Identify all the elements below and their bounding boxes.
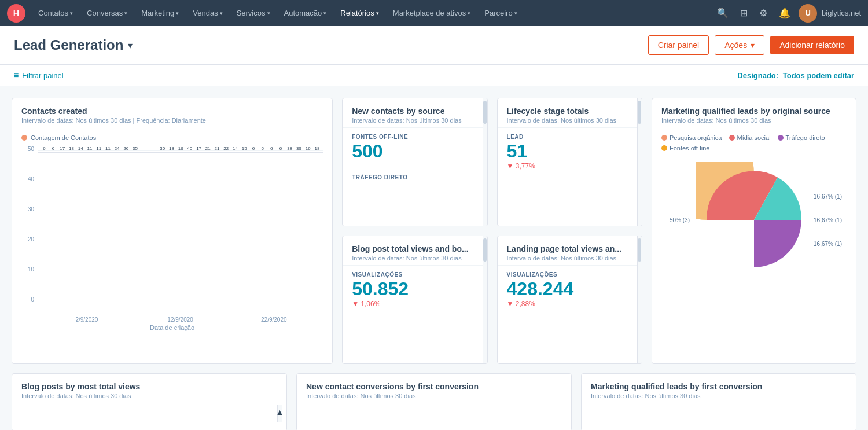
- domain-label: biglytics.net: [822, 9, 861, 17]
- legend-offline: Fontes off-line: [661, 145, 710, 152]
- contact-conversions-header: New contact conversions by first convers…: [297, 374, 571, 403]
- bar: [168, 152, 174, 152]
- page-title-wrap: Lead Generation ▾: [14, 37, 133, 53]
- nav-conversas[interactable]: Conversas ▾: [81, 6, 133, 20]
- bar: [232, 152, 238, 152]
- bars-area: 6617181411111124263530181640172121221415…: [38, 146, 323, 153]
- bar-wrap: 38: [286, 146, 293, 152]
- scroll-up-btn[interactable]: ▲: [277, 405, 282, 422]
- mql-first-subtitle: Intervalo de datas: Nos últimos 30 dias: [591, 392, 847, 399]
- bar-wrap: 21: [204, 146, 212, 152]
- bar: [150, 152, 156, 152]
- chevron-down-icon: ▾: [468, 10, 470, 16]
- contact-conversions-subtitle: Intervalo de datas: Nos últimos 30 dias: [306, 392, 562, 399]
- actions-button[interactable]: Ações ▾: [715, 35, 764, 55]
- add-report-button[interactable]: Adicionar relatório: [770, 36, 854, 54]
- mql-body: Pesquisa orgânica Mídia social Tráfego d…: [652, 127, 856, 363]
- bar-wrap: 14: [231, 146, 239, 152]
- blog-posts-subtitle: Intervalo de datas: Nos últimos 30 dias: [21, 392, 277, 399]
- avatar[interactable]: U: [799, 4, 817, 23]
- legend-direct: Tráfego direto: [778, 134, 825, 141]
- bar: [269, 152, 274, 152]
- legend-dot: [21, 135, 27, 141]
- apps-icon[interactable]: ⊞: [737, 5, 751, 21]
- scroll-thumb: [483, 101, 487, 124]
- bar-value: 6: [261, 146, 263, 151]
- bar: [251, 152, 256, 152]
- x-labels: 2/9/202012/9/202022/9/2020: [21, 314, 323, 323]
- contacts-created-title: Contacts created: [21, 106, 323, 116]
- nav-relatorios[interactable]: Relatórios ▾: [334, 6, 385, 20]
- chevron-down-icon: ▾: [514, 10, 517, 16]
- bar: [205, 152, 211, 152]
- mql-legend: Pesquisa orgânica Mídia social Tráfego d…: [661, 134, 847, 152]
- nav-servicos[interactable]: Serviços ▾: [231, 6, 276, 20]
- hubspot-logo[interactable]: H: [7, 4, 25, 23]
- bar-wrap: 24: [113, 146, 121, 152]
- bar: [178, 152, 183, 152]
- bar: [123, 152, 129, 152]
- dashboard: Contacts created Intervalo de datas: Nos…: [0, 86, 868, 430]
- bar-value: 24: [115, 146, 120, 151]
- mql-card: Marketing qualified leads by original so…: [652, 98, 856, 364]
- chevron-down-icon: ▾: [176, 10, 179, 16]
- bar: [87, 152, 93, 152]
- bar-value: 17: [196, 146, 201, 151]
- bar-value: 18: [69, 146, 74, 151]
- scrollbar[interactable]: [637, 98, 642, 226]
- blog-posts-views-card: Blog posts by most total views Intervalo…: [12, 373, 287, 430]
- search-icon[interactable]: 🔍: [713, 5, 732, 21]
- bar-value: 15: [242, 146, 247, 151]
- bar: [160, 152, 165, 152]
- lifecycle-content: Lifecycle stage totals Intervalo de data…: [498, 98, 637, 226]
- chevron-down-icon: ▾: [70, 10, 73, 16]
- chart-grid: 50 40 30 20 10 0: [21, 146, 323, 314]
- bar-wrap: 30: [159, 146, 166, 152]
- scroll-thumb: [483, 238, 487, 262]
- dashboard-row-2: Blog posts by most total views Intervalo…: [12, 373, 856, 430]
- scrollbar[interactable]: [483, 236, 487, 363]
- landing-page-content: Landing page total views an... Intervalo…: [498, 236, 637, 363]
- bar: [296, 152, 301, 152]
- mql-subtitle: Intervalo de datas: Nos últimos 30 dias: [661, 117, 847, 124]
- scrollbar[interactable]: [637, 236, 642, 363]
- bar-value: 39: [296, 146, 301, 151]
- bar-wrap: 35: [131, 146, 139, 152]
- pie-chart: [696, 162, 812, 278]
- scroll-thumb: [638, 101, 641, 124]
- nav-right-area: 🔍 ⊞ ⚙ 🔔 U biglytics.net: [713, 4, 861, 23]
- title-dropdown-icon[interactable]: ▾: [128, 40, 133, 51]
- nav-parceiro[interactable]: Parceiro ▾: [479, 6, 523, 20]
- filter-panel-button[interactable]: ≡ Filtrar painel: [14, 71, 64, 80]
- nav-automacao[interactable]: Automação ▾: [278, 6, 333, 20]
- create-panel-button[interactable]: Criar painel: [648, 35, 709, 55]
- notifications-icon[interactable]: 🔔: [775, 5, 794, 21]
- nav-vendas[interactable]: Vendas ▾: [187, 6, 228, 20]
- page-title: Lead Generation: [14, 37, 123, 53]
- nav-marketplace[interactable]: Marketplace de ativos ▾: [387, 6, 476, 20]
- bar: [187, 152, 193, 152]
- landing-page-card: Landing page total views an... Intervalo…: [497, 236, 642, 364]
- bar-value: 14: [233, 146, 238, 151]
- legend-dot: [729, 135, 735, 141]
- views-change: ▼ 1,06%: [352, 300, 473, 308]
- bar-value: 18: [314, 146, 319, 151]
- bar: [314, 152, 320, 152]
- bar: [96, 152, 102, 152]
- nav-marketing[interactable]: Marketing ▾: [135, 6, 185, 20]
- lifecycle-header: Lifecycle stage totals Intervalo de data…: [498, 98, 637, 127]
- settings-icon[interactable]: ⚙: [756, 5, 771, 21]
- contacts-created-card: Contacts created Intervalo de datas: Nos…: [12, 98, 333, 364]
- contact-conversions-card: New contact conversions by first convers…: [296, 373, 572, 430]
- contacts-created-subtitle: Intervalo de datas: Nos últimos 30 dias …: [21, 117, 323, 124]
- bar: [50, 152, 56, 152]
- nav-contatos[interactable]: Contatos ▾: [32, 6, 79, 20]
- bar-value: 11: [87, 146, 93, 151]
- bar-wrap: 6: [41, 146, 48, 152]
- lifecycle-subtitle: Intervalo de datas: Nos últimos 30 dias: [507, 117, 628, 124]
- blog-post-subtitle: Intervalo de datas: Nos últimos 30 dias: [352, 255, 473, 262]
- scrollbar[interactable]: [483, 98, 487, 226]
- bar-wrap: 6: [250, 146, 258, 152]
- bars-container: 6617181411111124263530181640172121221415…: [38, 146, 323, 314]
- blog-post-content: Blog post total views and bo... Interval…: [343, 236, 482, 363]
